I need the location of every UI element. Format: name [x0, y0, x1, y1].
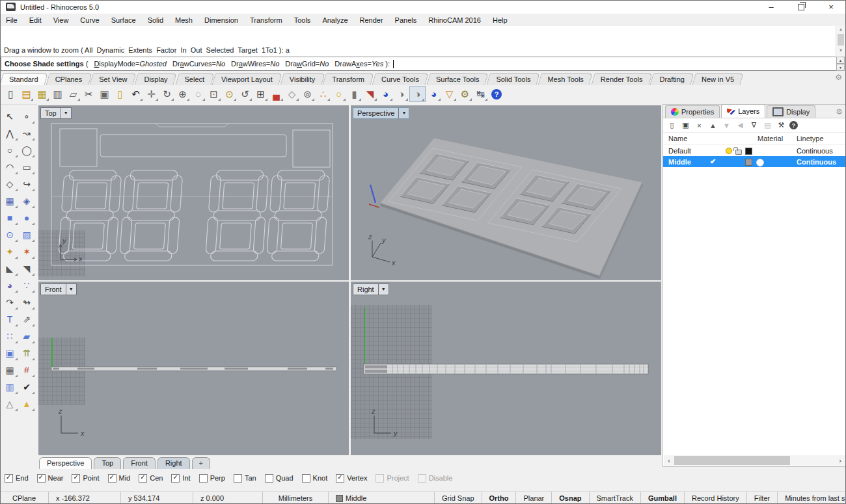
paste-icon[interactable]: ▯: [113, 86, 128, 101]
report-icon[interactable]: ▤: [762, 120, 773, 131]
circle-tool[interactable]: ○: [2, 142, 18, 158]
tab-properties[interactable]: Properties: [665, 105, 720, 118]
checkbox[interactable]: [37, 474, 46, 483]
named-cplane-icon[interactable]: ▄: [269, 86, 284, 101]
help-icon[interactable]: ?: [491, 89, 502, 99]
blend-tool[interactable]: ◕: [2, 277, 18, 293]
menu-item[interactable]: Dimension: [198, 15, 244, 25]
array-tool[interactable]: ∷: [2, 328, 18, 344]
prompt-option[interactable]: DisplayMode=Ghosted: [94, 60, 167, 68]
osnap-toggle[interactable]: Quad: [265, 474, 293, 483]
menu-item[interactable]: Help: [487, 15, 513, 25]
chevron-down-icon[interactable]: ▼: [379, 284, 389, 295]
spin-up-icon[interactable]: ▲: [836, 57, 845, 64]
prompt-option[interactable]: DrawGrid=No: [285, 60, 329, 68]
options-gear-icon[interactable]: ⚙: [457, 86, 472, 101]
layer-linetype[interactable]: Continuous: [797, 158, 836, 166]
move-down-icon[interactable]: ▼: [721, 120, 732, 131]
filter-icon[interactable]: ∇: [748, 120, 759, 131]
checkbox[interactable]: [265, 474, 273, 483]
viewport-front[interactable]: Front ▼ z x: [38, 282, 349, 455]
zoom-dynamic-icon[interactable]: ◌: [191, 86, 206, 101]
lock-icon[interactable]: ▮: [347, 86, 362, 101]
toolbar-tab[interactable]: Curve Tools: [374, 73, 427, 85]
osnap-toggle[interactable]: Project: [375, 474, 409, 483]
menu-item[interactable]: Transform: [244, 15, 288, 25]
layer-row[interactable]: Middle ✔ Continuous: [663, 156, 846, 167]
checkbox[interactable]: [171, 474, 180, 483]
status-item[interactable]: Minutes from last save: 71: [778, 492, 846, 504]
panel-help-icon[interactable]: ?: [789, 121, 798, 129]
menu-item[interactable]: Solid: [142, 15, 169, 25]
extrude-tool[interactable]: ⇈: [19, 345, 35, 361]
column-name[interactable]: Name: [668, 135, 687, 142]
toolbar-tab[interactable]: Surface Tools: [428, 73, 487, 85]
render-full-icon[interactable]: ◕: [426, 86, 441, 101]
viewport-tab[interactable]: Front: [123, 457, 156, 469]
viewport-perspective-label[interactable]: Perspective ▼: [353, 107, 409, 119]
scroll-right-icon[interactable]: ›: [835, 457, 845, 464]
viewport-right[interactable]: Right ▼ z y: [351, 282, 661, 455]
scroll-down-icon[interactable]: ∨: [836, 46, 845, 53]
osnap-toggle[interactable]: Tan: [234, 474, 256, 483]
layer-material-icon[interactable]: [756, 159, 764, 166]
toolbar-tab[interactable]: Transform: [324, 73, 372, 85]
osnap-toggle[interactable]: Point: [72, 474, 99, 483]
osnap-toggle[interactable]: Disable: [418, 474, 453, 483]
shade-icon[interactable]: ◥: [362, 86, 377, 101]
toolbar-tab[interactable]: Render Tools: [593, 73, 651, 85]
minimize-button[interactable]: –: [756, 0, 786, 14]
rebuild-curve-tool[interactable]: ↬: [19, 294, 35, 310]
delete-layer-icon[interactable]: ×: [694, 120, 705, 131]
zoom-selected-icon[interactable]: ⊙: [222, 86, 237, 101]
status-item[interactable]: SmartTrack: [590, 492, 641, 504]
menu-item[interactable]: Edit: [23, 15, 48, 25]
menu-item[interactable]: Mesh: [169, 15, 198, 25]
pyramid-tool[interactable]: ▲: [19, 395, 35, 412]
render-preview-icon[interactable]: ◑: [394, 86, 409, 101]
viewport-tab[interactable]: Top: [94, 457, 121, 469]
trim-tool[interactable]: ▰: [19, 328, 35, 344]
status-item[interactable]: Planar: [516, 492, 552, 504]
menu-item[interactable]: Surface: [105, 15, 142, 25]
layer-color-swatch[interactable]: [745, 148, 752, 155]
tools-icon[interactable]: ⚒: [776, 120, 787, 131]
command-history[interactable]: Drag a window to zoom ( All Dynamic Exte…: [1, 26, 841, 57]
status-item[interactable]: CPlane: [0, 492, 49, 504]
open-file-icon[interactable]: ▤: [19, 86, 34, 101]
chevron-down-icon[interactable]: ▼: [399, 108, 409, 118]
scroll-thumb[interactable]: [838, 34, 844, 46]
status-item[interactable]: Grid Snap: [435, 492, 482, 504]
zoom-window-icon[interactable]: ⊡: [206, 86, 221, 101]
chevron-down-icon[interactable]: ▼: [61, 108, 71, 118]
osnap-toggle[interactable]: End: [5, 474, 29, 483]
checkbox[interactable]: [302, 474, 310, 483]
text-tool[interactable]: T: [2, 311, 18, 327]
toolbar-tab[interactable]: Drafting: [651, 73, 692, 85]
layer-lock-icon[interactable]: [735, 150, 742, 155]
save-file-icon[interactable]: ▦: [34, 86, 49, 101]
mesh-tool[interactable]: △: [2, 395, 18, 412]
toolbar-tab[interactable]: Viewport Layout: [213, 73, 280, 85]
box-tool[interactable]: ■: [2, 209, 18, 226]
undo-icon[interactable]: ↶: [128, 86, 143, 101]
rotate-view-icon[interactable]: ↻: [159, 86, 174, 101]
menu-item[interactable]: Panels: [389, 15, 423, 25]
dimension-icon[interactable]: ↹: [473, 86, 488, 101]
osnap-toggle[interactable]: Knot: [302, 474, 328, 483]
select-tool[interactable]: ↖: [2, 108, 18, 124]
offset-points-tool[interactable]: ∵: [19, 277, 35, 293]
status-item[interactable]: Middle: [329, 492, 435, 504]
boolean-union-tool[interactable]: ✦: [2, 243, 18, 259]
spin-down-icon[interactable]: ▼: [836, 64, 845, 71]
command-prompt[interactable]: Choose Shade settings ( DisplayMode=Ghos…: [1, 57, 843, 71]
scroll-up-icon[interactable]: ∧: [836, 26, 845, 33]
checkbox[interactable]: [5, 474, 13, 483]
layer-linetype[interactable]: Continuous: [797, 147, 833, 155]
osnap-toggle[interactable]: Near: [37, 474, 64, 483]
rectangle-tool[interactable]: ▭: [19, 159, 35, 175]
chevron-down-icon[interactable]: ▼: [66, 284, 76, 295]
surface-corner-tool[interactable]: ◈: [19, 192, 35, 209]
print-icon[interactable]: ▥: [50, 86, 65, 101]
toolbar-tab[interactable]: Select: [177, 73, 213, 85]
